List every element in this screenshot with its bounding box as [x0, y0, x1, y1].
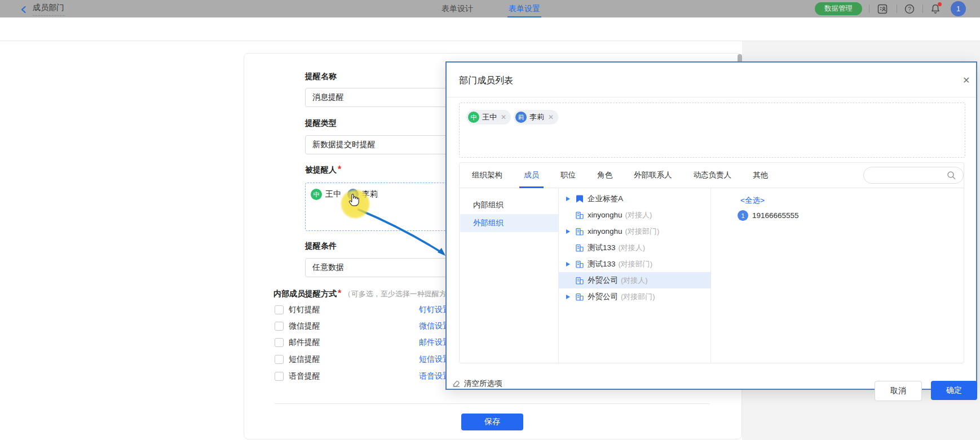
- notification-badge: [938, 2, 942, 6]
- method-row: 微信提醒 微信设置: [275, 321, 455, 332]
- tab-members[interactable]: 成员: [524, 170, 539, 180]
- methods-section-label: 内部成员提醒方式* （可多选，至少选择一种提醒方式）: [273, 288, 461, 299]
- company-icon: [575, 276, 584, 285]
- tab-form-design[interactable]: 表单设计: [442, 4, 473, 14]
- contact-book-icon[interactable]: [876, 3, 888, 15]
- divider: [897, 5, 897, 13]
- tab-roles[interactable]: 角色: [597, 170, 612, 180]
- page-header: [0, 17, 980, 41]
- checkbox-voice[interactable]: [275, 372, 284, 381]
- divider: [869, 5, 869, 13]
- company-icon: [575, 227, 584, 236]
- tree-item[interactable]: 测试133(对接部门): [559, 256, 710, 272]
- tree-item[interactable]: xinyonghu(对接部门): [559, 223, 710, 239]
- svg-text:?: ?: [908, 6, 911, 12]
- cancel-button[interactable]: 取消: [875, 381, 922, 401]
- tab-form-settings[interactable]: 表单设置: [509, 4, 540, 14]
- field-label-recipient: 被提醒人*: [305, 165, 341, 175]
- bookmark-icon: [575, 194, 584, 203]
- department-member-modal: 部门成员列表 ✕ 中 王中 ✕ 莉 李莉 ✕ 组织架构 成员 职位 角色 外部联…: [445, 61, 977, 390]
- tree-item[interactable]: xinyonghu(对接人): [559, 207, 710, 223]
- recipient-tag[interactable]: 中 王中: [311, 189, 341, 200]
- expand-arrow-icon[interactable]: [566, 262, 570, 266]
- user-avatar[interactable]: 1: [951, 1, 966, 16]
- tab-dynamic-owner[interactable]: 动态负责人: [694, 170, 732, 180]
- tab-positions[interactable]: 职位: [560, 170, 576, 180]
- clear-icon: [452, 379, 461, 388]
- back-button[interactable]: 成员部门: [20, 3, 64, 16]
- tab-external-contacts[interactable]: 外部联系人: [634, 170, 672, 180]
- company-icon: [575, 243, 584, 252]
- modal-title: 部门成员列表: [459, 75, 513, 87]
- data-manage-button[interactable]: 数据管理: [815, 2, 862, 15]
- top-nav-bar: 成员部门 表单设计 表单设置 数据管理 ? 1: [0, 0, 980, 17]
- avatar: 中: [311, 189, 322, 200]
- divider: [447, 97, 976, 97]
- tab-org-structure[interactable]: 组织架构: [472, 170, 502, 180]
- field-label-condition: 提醒条件: [305, 241, 337, 251]
- org-item-internal[interactable]: 内部组织: [460, 196, 558, 214]
- field-label-type: 提醒类型: [305, 118, 337, 128]
- member-list-item[interactable]: 1 19166665555: [738, 210, 799, 221]
- divider: [922, 5, 923, 13]
- hand-cursor-icon: [347, 192, 362, 207]
- member-list-panel: <全选> 1 19166665555: [711, 188, 964, 363]
- tree-item[interactable]: 测试133(对接人): [559, 239, 710, 256]
- company-icon: [575, 292, 584, 301]
- modal-close-icon[interactable]: ✕: [963, 75, 970, 86]
- org-type-list: 内部组织 外部组织: [460, 188, 559, 363]
- selected-member-pill[interactable]: 莉 李莉 ✕: [514, 110, 558, 125]
- back-chevron-icon: [20, 6, 27, 13]
- search-icon: [947, 171, 956, 180]
- org-tree: 企业标签A xinyonghu(对接人) xinyonghu(对接部门) 测试1…: [559, 188, 711, 363]
- checkbox-dingtalk[interactable]: [275, 305, 284, 314]
- avatar: 莉: [515, 112, 527, 123]
- picker-panel: 组织架构 成员 职位 角色 外部联系人 动态负责人 其他 内部组织 外部组织 企…: [459, 162, 964, 363]
- org-item-external[interactable]: 外部组织: [460, 214, 558, 232]
- tree-item[interactable]: 外贸公司(对接部门): [559, 288, 710, 305]
- company-icon: [575, 260, 584, 269]
- company-icon: [575, 211, 584, 220]
- selected-members-box: 中 王中 ✕ 莉 李莉 ✕: [459, 103, 965, 158]
- card-footer-divider: [275, 403, 710, 404]
- checkbox-email[interactable]: [275, 338, 284, 347]
- method-row: 短信提醒 短信设置: [275, 354, 455, 365]
- confirm-button[interactable]: 确定: [931, 381, 977, 400]
- expand-arrow-icon[interactable]: [566, 197, 570, 201]
- remove-icon[interactable]: ✕: [548, 113, 554, 121]
- avatar: 1: [738, 210, 748, 221]
- tab-other[interactable]: 其他: [753, 170, 768, 180]
- active-tab-underline: [507, 16, 541, 17]
- help-icon[interactable]: ?: [903, 3, 915, 15]
- expand-arrow-icon[interactable]: [566, 295, 570, 299]
- method-row: 邮件提醒 邮件设置: [275, 337, 455, 348]
- method-row: 钉钉提醒 钉钉设置: [275, 304, 455, 315]
- tree-item-selected[interactable]: 外贸公司(对接人): [559, 272, 710, 288]
- breadcrumb[interactable]: 成员部门: [33, 3, 64, 16]
- checkbox-wechat[interactable]: [275, 322, 284, 331]
- expand-arrow-icon[interactable]: [566, 229, 570, 234]
- tree-item-tag-a[interactable]: 企业标签A: [559, 190, 710, 207]
- select-all-link[interactable]: <全选>: [740, 195, 765, 206]
- save-button[interactable]: 保存: [461, 414, 523, 430]
- clear-selected-button[interactable]: 清空所选项: [452, 379, 502, 389]
- avatar: 中: [468, 112, 479, 123]
- field-label-name: 提醒名称: [305, 72, 337, 82]
- search-input[interactable]: [863, 167, 964, 184]
- checkbox-sms[interactable]: [275, 355, 284, 364]
- method-row: 语音提醒 语音设置: [275, 371, 455, 382]
- selected-member-pill[interactable]: 中 王中 ✕: [466, 110, 511, 125]
- remove-icon[interactable]: ✕: [501, 113, 506, 121]
